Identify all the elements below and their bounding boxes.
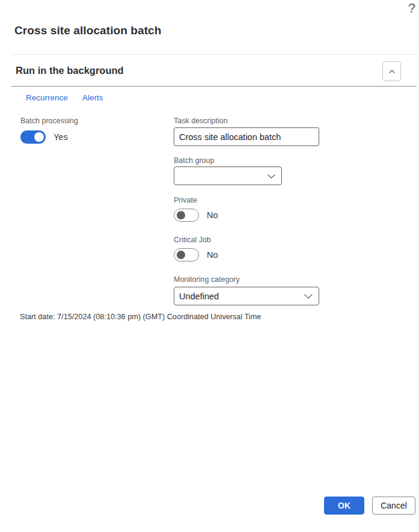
batch-processing-value: Yes xyxy=(54,132,68,142)
help-icon[interactable]: ? xyxy=(408,1,415,16)
chevron-up-icon xyxy=(388,68,396,75)
tab-alerts[interactable]: Alerts xyxy=(82,93,103,102)
section-title: Run in the background xyxy=(16,65,124,76)
monitoring-category-select[interactable]: Undefined xyxy=(174,287,319,305)
batch-group-select[interactable] xyxy=(174,167,282,185)
section-top-divider xyxy=(11,54,417,55)
private-label: Private xyxy=(174,196,197,204)
task-description-label: Task description xyxy=(174,117,228,125)
chevron-down-icon xyxy=(267,173,276,179)
start-date-text: Start date: 7/15/2024 (08:10:36 pm) (GMT… xyxy=(20,313,261,321)
toggle-knob xyxy=(34,132,44,142)
section-header-divider xyxy=(11,86,417,87)
batch-processing-toggle[interactable] xyxy=(20,130,46,144)
collapse-section-button[interactable] xyxy=(382,61,401,81)
private-toggle[interactable] xyxy=(174,209,199,222)
task-description-input[interactable] xyxy=(174,127,319,146)
batch-processing-label: Batch processing xyxy=(20,117,78,125)
chevron-down-icon xyxy=(304,293,313,299)
ok-button[interactable]: OK xyxy=(324,497,364,515)
monitoring-category-label: Monitoring category xyxy=(174,275,240,284)
tab-recurrence[interactable]: Recurrence xyxy=(26,93,68,102)
critical-job-toggle[interactable] xyxy=(174,248,199,261)
critical-job-value: No xyxy=(207,250,218,260)
toggle-knob xyxy=(177,251,185,259)
monitoring-category-value: Undefined xyxy=(179,292,219,301)
critical-job-label: Critical Job xyxy=(174,236,211,244)
batch-group-label: Batch group xyxy=(174,156,214,165)
run-in-background-dialog: ? Cross site allocation batch Run in the… xyxy=(0,0,419,532)
private-value: No xyxy=(207,210,218,220)
page-title: Cross site allocation batch xyxy=(14,24,162,37)
toggle-knob xyxy=(177,211,185,219)
cancel-button[interactable]: Cancel xyxy=(372,497,415,515)
